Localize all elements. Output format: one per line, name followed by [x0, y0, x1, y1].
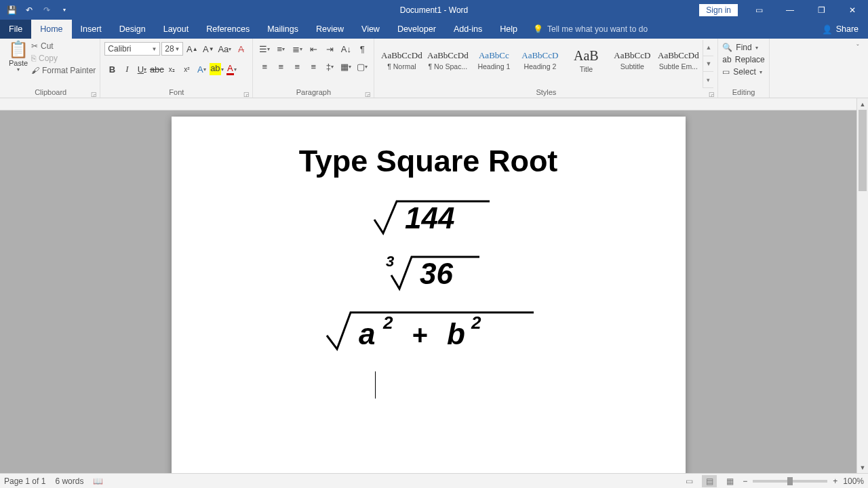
maximize-icon[interactable]: ❐	[806, 0, 837, 20]
borders-button[interactable]: ▢▾	[355, 59, 370, 74]
minimize-icon[interactable]: —	[774, 0, 806, 20]
style-label: Subtle Em...	[659, 62, 698, 70]
style-subtitle[interactable]: AaBbCcDSubtitle	[610, 41, 654, 79]
superscript-button[interactable]: x²	[179, 62, 194, 77]
cut-button[interactable]: ✂Cut	[31, 41, 96, 51]
equation-cuberoot-36[interactable]: 3 36	[212, 251, 645, 292]
page-indicator[interactable]: Page 1 of 1	[4, 476, 45, 486]
lightbulb-icon: 💡	[533, 24, 543, 34]
zoom-out-button[interactable]: −	[743, 476, 747, 486]
gallery-scroll-btn[interactable]: ▼	[703, 56, 713, 73]
sign-in-button[interactable]: Sign in	[699, 4, 738, 16]
style--no-spac-[interactable]: AaBbCcDd¶ No Spac...	[425, 41, 470, 79]
tab-design[interactable]: Design	[111, 20, 155, 39]
italic-button[interactable]: I	[119, 62, 134, 77]
gallery-scroll-btn[interactable]: ▲	[703, 40, 713, 56]
tab-mailings[interactable]: Mailings	[258, 20, 307, 39]
tab-home[interactable]: Home	[31, 20, 71, 39]
read-mode-button[interactable]: ▭	[682, 475, 696, 487]
tab-review[interactable]: Review	[307, 20, 353, 39]
styles-launcher-icon[interactable]: ◲	[709, 91, 715, 98]
vertical-scrollbar[interactable]: ▲ ▼	[856, 98, 868, 473]
share-button[interactable]: 👤 Share	[812, 20, 868, 39]
tab-developer[interactable]: Developer	[389, 20, 445, 39]
document-page[interactable]: Type Square Root 144 3 36 a 2 + b 2	[172, 117, 686, 473]
web-layout-button[interactable]: ▦	[722, 475, 737, 487]
tab-layout[interactable]: Layout	[155, 20, 198, 39]
numbering-button[interactable]: ≡▾	[273, 41, 288, 56]
paragraph-launcher-icon[interactable]: ◲	[365, 91, 371, 98]
zoom-slider[interactable]	[753, 480, 827, 483]
select-button[interactable]: ▭Select▾	[722, 67, 762, 77]
tab-addins[interactable]: Add-ins	[445, 20, 491, 39]
scroll-up-icon[interactable]: ▲	[857, 98, 868, 110]
save-icon[interactable]: 💾	[3, 1, 20, 19]
sort-button[interactable]: A↓	[338, 41, 353, 56]
undo-icon[interactable]: ↶	[20, 1, 38, 19]
ribbon-display-options-icon[interactable]: ▭	[743, 0, 774, 20]
multilevel-list-button[interactable]: ≣▾	[290, 41, 304, 56]
qat-customize-icon[interactable]: ▾	[56, 1, 73, 19]
align-center-button[interactable]: ≡	[273, 59, 288, 74]
print-layout-button[interactable]: ▤	[702, 475, 717, 487]
document-area[interactable]: Type Square Root 144 3 36 a 2 + b 2	[0, 110, 856, 473]
spellcheck-icon[interactable]: 📖	[93, 476, 103, 486]
highlight-button[interactable]: ab▾	[209, 62, 224, 77]
styles-gallery-scroll[interactable]: ▲▼▾	[703, 40, 713, 88]
bold-button[interactable]: B	[104, 62, 119, 77]
word-count[interactable]: 6 words	[55, 476, 83, 486]
redo-icon[interactable]: ↷	[38, 1, 56, 19]
gallery-scroll-btn[interactable]: ▾	[703, 72, 713, 88]
format-painter-button[interactable]: 🖌Format Painter	[31, 66, 96, 75]
collapse-ribbon-icon[interactable]: ˇ	[852, 41, 864, 54]
clear-formatting-button[interactable]: A̶	[233, 41, 248, 56]
font-launcher-icon[interactable]: ◲	[243, 91, 250, 98]
font-size-selector[interactable]: 28▼	[161, 42, 183, 56]
tab-references[interactable]: References	[197, 20, 258, 39]
tab-file[interactable]: File	[0, 20, 31, 39]
shrink-font-button[interactable]: A▼	[201, 41, 216, 56]
align-right-button[interactable]: ≡	[290, 59, 304, 74]
zoom-level[interactable]: 100%	[843, 476, 864, 486]
zoom-slider-thumb[interactable]	[787, 477, 793, 485]
tab-help[interactable]: Help	[491, 20, 526, 39]
find-button[interactable]: 🔍Find▾	[722, 43, 757, 52]
align-left-button[interactable]: ≡	[257, 59, 272, 74]
font-name-selector[interactable]: Calibri▼	[104, 42, 160, 56]
line-spacing-button[interactable]: ‡▾	[322, 59, 337, 74]
text-effects-button[interactable]: A▾	[194, 62, 209, 77]
style-preview: AaB	[574, 48, 599, 64]
scroll-down-icon[interactable]: ▼	[857, 462, 868, 473]
equation-sqrt-144[interactable]: 144	[212, 196, 645, 237]
copy-button[interactable]: ⎘Copy	[31, 54, 96, 63]
scroll-thumb[interactable]	[859, 110, 867, 191]
style-subtle-em-[interactable]: AaBbCcDdSubtle Em...	[656, 41, 701, 79]
underline-button[interactable]: U▾	[134, 62, 149, 77]
paste-button[interactable]: 📋 Paste ▼	[5, 40, 31, 72]
show-marks-button[interactable]: ¶	[355, 41, 370, 56]
decrease-indent-button[interactable]: ⇤	[306, 41, 321, 56]
font-color-button[interactable]: A▾	[224, 62, 239, 77]
close-icon[interactable]: ✕	[837, 0, 868, 20]
tab-view[interactable]: View	[353, 20, 389, 39]
equation-pythagoras[interactable]: a 2 + b 2	[212, 307, 645, 354]
clipboard-launcher-icon[interactable]: ◲	[91, 91, 97, 98]
scroll-track[interactable]	[857, 110, 868, 462]
style--normal[interactable]: AaBbCcDd¶ Normal	[379, 41, 424, 79]
subscript-button[interactable]: x₂	[164, 62, 179, 77]
shading-button[interactable]: ▦▾	[338, 59, 353, 74]
justify-button[interactable]: ≡	[306, 59, 321, 74]
style-title[interactable]: AaBTitle	[564, 41, 608, 79]
style-heading-1[interactable]: AaBbCcHeading 1	[471, 41, 516, 79]
document-heading[interactable]: Type Square Root	[212, 144, 645, 179]
replace-button[interactable]: abReplace	[722, 55, 764, 64]
strikethrough-button[interactable]: abc	[149, 62, 164, 77]
change-case-button[interactable]: Aa▾	[217, 41, 232, 56]
tab-insert[interactable]: Insert	[72, 20, 111, 39]
style-heading-2[interactable]: AaBbCcDHeading 2	[517, 41, 562, 79]
tell-me-search[interactable]: 💡 Tell me what you want to do	[533, 20, 648, 39]
bullets-button[interactable]: ☰▾	[257, 41, 272, 56]
increase-indent-button[interactable]: ⇥	[322, 41, 337, 56]
zoom-in-button[interactable]: +	[833, 476, 837, 486]
grow-font-button[interactable]: A▲	[184, 41, 199, 56]
